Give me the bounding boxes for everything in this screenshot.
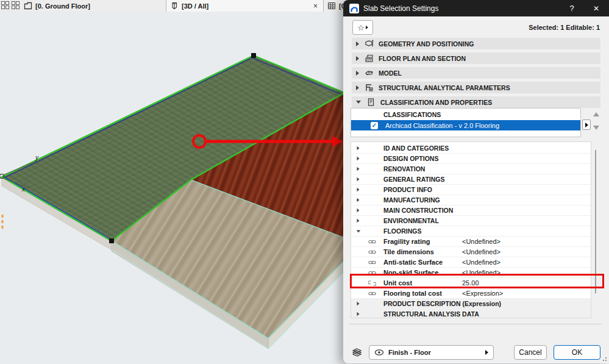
section-geometry-and-positioning[interactable]: GEOMETRY AND POSITIONING [352,38,600,49]
property-group-row[interactable]: PRODUCT INFO [351,185,591,195]
close-icon[interactable]: ✕ [586,0,607,16]
group-label: FLOORINGS [383,227,421,235]
property-row[interactable]: Anti-static Surface <Undefined> [351,257,591,268]
expander-collapsed-icon[interactable] [357,312,360,316]
vertex-handle[interactable] [109,238,114,243]
tab-label: [3D / All] [182,2,208,10]
property-group-row[interactable]: MAIN CONSTRUCTION [351,205,591,216]
axis-x-label: x [21,186,26,193]
scroll-down-icon[interactable] [593,126,599,130]
expander-collapsed-icon[interactable] [356,41,359,46]
property-group-row[interactable]: ENVIRONMENTAL [351,216,591,226]
group-label: ID AND CATEGORIES [383,145,449,152]
tab-label: [0. Ground Floor] [35,2,90,10]
classifications-header: CLASSIFICATIONS [383,111,441,118]
section-floor-plan-and-section[interactable]: FLOOR PLAN AND SECTION [352,52,600,64]
resize-grip[interactable] [601,355,607,361]
property-value[interactable]: <Undefined> [462,238,500,245]
expander-collapsed-icon[interactable] [356,85,359,90]
group-label: DESIGN OPTIONS [383,155,438,162]
chain-icon [368,290,376,298]
property-group-row[interactable]: DESIGN OPTIONS [351,154,591,164]
property-value[interactable]: <Undefined> [462,248,500,255]
structural-analytical-icon [365,83,374,92]
slab-selection-settings-dialog: Slab Selection Settings ? ✕ ☆ Selected: … [343,0,609,363]
group-label: ENVIRONMENTAL [383,217,439,224]
classification-flyout-button[interactable] [582,120,591,130]
star-icon: ☆ [357,23,365,32]
properties-list: ID AND CATEGORIES DESIGN OPTIONS RENOVAT… [351,141,591,318]
favorites-button[interactable]: ☆ [352,20,373,35]
section-model[interactable]: MODEL [352,67,600,79]
expander-expanded-icon[interactable] [356,101,361,104]
expander-collapsed-icon[interactable] [357,167,360,171]
group-label: PRODUCT INFO [383,186,432,193]
property-group-row[interactable]: STRUCTURAL ANALYSIS DATA [351,309,591,318]
help-icon[interactable]: ? [561,0,582,16]
section-label: CLASSIFICATION AND PROPERTIES [380,99,492,106]
screen: [0. Ground Floor] [3D / All] × [0 [0,0,609,364]
vertex-handle[interactable] [251,53,256,58]
property-group-row-floorings[interactable]: FLOORINGS [351,226,591,237]
worksheet-tab-icon [327,2,336,10]
classification-item-label: Archicad Classification - v 2.0 Flooring [385,122,499,129]
expander-collapsed-icon[interactable] [357,146,360,150]
quad-view-icon[interactable] [12,1,20,10]
close-tab-icon[interactable]: × [312,2,319,10]
archicad-logo-icon [349,4,359,13]
property-row[interactable]: Flooring total cost <Expression> [351,288,591,299]
cancel-button[interactable]: Cancel [514,345,547,360]
expander-collapsed-icon[interactable] [357,219,360,223]
property-value[interactable]: <Undefined> [462,259,500,266]
3d-viewport[interactable]: y x [0,12,344,364]
ok-button[interactable]: OK [554,345,600,360]
chain-icon [368,259,376,266]
selection-status: Selected: 1 Editable: 1 [529,24,600,31]
property-group-row[interactable]: ID AND CATEGORIES [351,143,591,154]
group-label: STRUCTURAL ANALYSIS DATA [383,310,479,318]
expander-collapsed-icon[interactable] [356,71,359,76]
properties-scrollbar[interactable] [595,150,596,293]
expander-collapsed-icon[interactable] [357,198,360,202]
scroll-up-icon[interactable] [593,112,599,116]
expander-collapsed-icon[interactable] [357,209,360,212]
checkbox-checked-icon[interactable]: ✓ [371,122,378,129]
expander-collapsed-icon[interactable] [357,302,360,305]
chain-icon [368,248,376,256]
property-group-row[interactable]: RENOVATION [351,164,591,174]
property-group-row[interactable]: PRODUCT DESCRIPTION (Expression) [351,299,591,309]
section-classification-and-properties[interactable]: CLASSIFICATION AND PROPERTIES [352,96,600,108]
property-group-row[interactable]: GENERAL RATINGS [351,174,591,185]
expander-collapsed-icon[interactable] [357,188,360,191]
property-row[interactable]: Tile dimensions <Undefined> [351,247,591,257]
expander-collapsed-icon[interactable] [356,56,359,61]
dialog-titlebar[interactable]: Slab Selection Settings ? ✕ [343,0,609,16]
expander-collapsed-icon[interactable] [357,177,360,181]
section-label: STRUCTURAL ANALYTICAL PARAMETERS [379,84,510,91]
pane-layout-icons[interactable] [1,1,20,10]
layers-icon[interactable] [352,346,366,359]
property-group-row[interactable]: MANUFACTURING [351,195,591,205]
group-label: MANUFACTURING [383,196,440,204]
section-structural-analytical-parameters[interactable]: STRUCTURAL ANALYTICAL PARAMETERS [352,82,600,93]
axis-y-label: y [35,154,39,161]
tab-ground-floor[interactable]: [0. Ground Floor] [20,0,166,12]
group-label: MAIN CONSTRUCTION [383,207,453,214]
group-label: PRODUCT DESCRIPTION (Expression) [383,300,501,307]
dialog-title: Slab Selection Settings [363,4,438,13]
geometry-icon [365,39,374,48]
property-value[interactable]: <Expression> [462,290,503,297]
expander-expanded-icon[interactable] [357,230,360,232]
layer-selector[interactable]: Finish - Floor [369,345,494,360]
flyout-arrow-icon [585,123,588,127]
property-label: Anti-static Surface [383,259,443,266]
section-label: GEOMETRY AND POSITIONING [379,40,474,48]
property-row[interactable]: Fragility rating <Undefined> [351,237,591,247]
tab-3d-all[interactable]: [3D / All] × [166,0,324,12]
flyout-arrow-icon [366,26,368,29]
section-label: MODEL [379,70,402,77]
expander-collapsed-icon[interactable] [357,157,360,160]
classifications-panel: CLASSIFICATIONS ✓ Archicad Classificatio… [351,108,581,137]
quad-view-icon[interactable] [1,1,10,10]
classification-item-selected[interactable]: ✓ Archicad Classification - v 2.0 Floori… [351,120,580,130]
